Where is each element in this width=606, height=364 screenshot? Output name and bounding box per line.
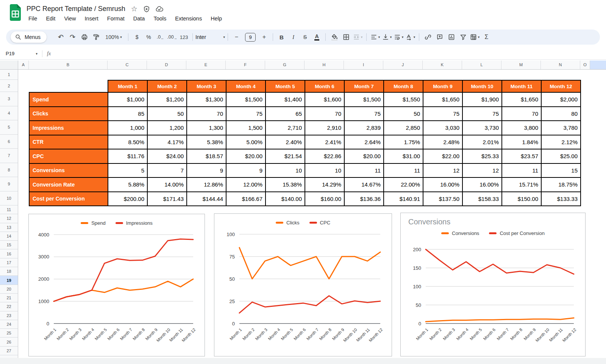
insert-chart-button[interactable] — [445, 31, 457, 43]
metric-value-cell[interactable]: $1,400 — [266, 92, 305, 107]
metric-value-cell[interactable]: 85 — [108, 107, 147, 121]
metric-label-cell[interactable]: Conversion Rate — [29, 177, 108, 192]
metric-value-cell[interactable]: 1,300 — [187, 121, 226, 135]
metric-value-cell[interactable]: 3,780 — [541, 121, 581, 135]
text-wrap-button[interactable]: ▾ — [393, 31, 405, 43]
metric-value-cell[interactable]: 75 — [462, 107, 502, 121]
month-header-cell[interactable]: Month 11 — [502, 80, 541, 92]
metric-value-cell[interactable]: 70 — [187, 107, 226, 121]
row-header-8[interactable]: 8 — [0, 163, 18, 177]
row-header-23[interactable]: 23 — [0, 311, 18, 320]
row-header-25[interactable]: 25 — [0, 329, 18, 338]
metric-value-cell[interactable]: $25.00 — [541, 149, 581, 163]
metric-value-cell[interactable]: 14.00% — [147, 177, 187, 192]
row-header-4[interactable]: 4 — [0, 106, 18, 121]
metric-value-cell[interactable]: $1,000 — [108, 92, 147, 107]
metric-value-cell[interactable]: 1.84% — [502, 135, 541, 149]
row-header-7[interactable]: 7 — [0, 149, 18, 163]
metric-value-cell[interactable]: 8.50% — [108, 135, 147, 149]
row-header-9[interactable]: 9 — [0, 177, 18, 191]
metric-label-cell[interactable]: Spend — [29, 92, 108, 107]
metric-value-cell[interactable]: 5.38% — [187, 135, 226, 149]
month-header-cell[interactable]: Month 12 — [541, 80, 581, 92]
metric-label-cell[interactable]: Clicks — [29, 107, 108, 121]
column-header-N[interactable]: N — [541, 61, 580, 69]
italic-button[interactable]: I — [287, 31, 299, 43]
text-rotation-button[interactable]: ▾ — [405, 31, 416, 43]
metric-value-cell[interactable]: 11 — [502, 163, 541, 178]
format-currency-button[interactable]: $ — [131, 31, 143, 43]
metric-value-cell[interactable]: $160.00 — [305, 192, 344, 206]
metric-label-cell[interactable]: Conversions — [29, 163, 108, 178]
font-size-input[interactable]: 9 — [245, 33, 256, 42]
bold-button[interactable]: B — [276, 31, 287, 43]
metric-value-cell[interactable]: 16.00% — [462, 177, 502, 192]
metric-value-cell[interactable]: 2.40% — [266, 135, 305, 149]
column-header-A[interactable]: A — [18, 61, 29, 69]
metric-value-cell[interactable]: 65 — [266, 107, 305, 121]
metric-value-cell[interactable]: 5.88% — [108, 177, 147, 192]
column-header-H[interactable]: H — [305, 61, 344, 69]
menu-item-edit[interactable]: Edit — [43, 15, 58, 22]
metric-value-cell[interactable]: $150.00 — [502, 192, 541, 206]
metric-value-cell[interactable]: 10 — [305, 163, 344, 178]
metric-value-cell[interactable]: $1,650 — [423, 92, 462, 107]
column-header-G[interactable]: G — [265, 61, 305, 69]
metric-value-cell[interactable]: $1,900 — [462, 92, 502, 107]
column-header-E[interactable]: E — [186, 61, 226, 69]
metric-value-cell[interactable]: 2,910 — [305, 121, 344, 135]
metric-value-cell[interactable]: $22.00 — [423, 149, 462, 163]
row-header-19[interactable]: 19 — [0, 276, 18, 285]
metric-value-cell[interactable]: 11 — [384, 163, 423, 178]
row-header-20[interactable]: 20 — [0, 285, 18, 294]
menu-item-format[interactable]: Format — [105, 15, 127, 22]
metric-value-cell[interactable]: 75 — [423, 107, 462, 121]
metric-value-cell[interactable]: $158.33 — [462, 192, 502, 206]
metric-value-cell[interactable]: $1,200 — [147, 92, 187, 107]
metric-value-cell[interactable]: $22.86 — [305, 149, 344, 163]
metric-value-cell[interactable]: 3,730 — [462, 121, 502, 135]
column-header-J[interactable]: J — [383, 61, 423, 69]
metric-value-cell[interactable]: 50 — [384, 107, 423, 121]
row-header-3[interactable]: 3 — [0, 92, 18, 106]
month-header-cell[interactable]: Month 3 — [187, 80, 226, 92]
metric-value-cell[interactable]: 1,000 — [108, 121, 147, 135]
metric-value-cell[interactable]: $31.00 — [384, 149, 423, 163]
column-header-L[interactable]: L — [462, 61, 501, 69]
metric-value-cell[interactable]: $133.33 — [541, 192, 581, 206]
metric-value-cell[interactable]: $1,300 — [187, 92, 226, 107]
metric-value-cell[interactable]: $166.67 — [226, 192, 266, 206]
row-header-22[interactable]: 22 — [0, 302, 18, 311]
metric-value-cell[interactable]: 2.41% — [305, 135, 344, 149]
month-header-cell[interactable]: Month 6 — [305, 80, 344, 92]
metric-value-cell[interactable]: $1,500 — [226, 92, 266, 107]
increase-font-size-button[interactable]: + — [258, 31, 270, 43]
metric-value-cell[interactable]: $2,000 — [541, 92, 581, 107]
decrease-decimals-button[interactable]: .0← — [155, 31, 166, 43]
functions-button[interactable]: Σ — [481, 31, 492, 43]
metric-value-cell[interactable]: $21.54 — [266, 149, 305, 163]
row-header-1[interactable]: 1 — [0, 70, 18, 80]
month-header-cell[interactable]: Month 4 — [226, 80, 266, 92]
metric-value-cell[interactable]: 12 — [462, 163, 502, 178]
metric-value-cell[interactable]: 15.71% — [502, 177, 541, 192]
pivot-table-button[interactable]: ▾ — [469, 31, 481, 43]
menus-search-button[interactable]: Menus — [11, 31, 47, 43]
metric-value-cell[interactable]: 3,030 — [423, 121, 462, 135]
metric-value-cell[interactable]: 11 — [344, 163, 384, 178]
metric-value-cell[interactable]: $11.76 — [108, 149, 147, 163]
column-header-M[interactable]: M — [501, 61, 541, 69]
metric-value-cell[interactable]: 5 — [108, 163, 147, 178]
metric-value-cell[interactable]: $136.36 — [344, 192, 384, 206]
month-header-cell[interactable]: Month 5 — [266, 80, 305, 92]
metric-value-cell[interactable]: 2,710 — [266, 121, 305, 135]
shield-icon[interactable] — [143, 6, 150, 12]
metric-value-cell[interactable]: 7 — [147, 163, 187, 178]
metric-value-cell[interactable]: $25.33 — [462, 149, 502, 163]
metric-value-cell[interactable]: $140.91 — [384, 192, 423, 206]
metric-value-cell[interactable]: 1,500 — [226, 121, 266, 135]
row-header-27[interactable]: 27 — [0, 347, 18, 355]
redo-button[interactable]: ↷ — [67, 31, 78, 43]
name-box[interactable]: P19 ▾ — [0, 51, 37, 56]
format-percent-button[interactable]: % — [143, 31, 155, 43]
